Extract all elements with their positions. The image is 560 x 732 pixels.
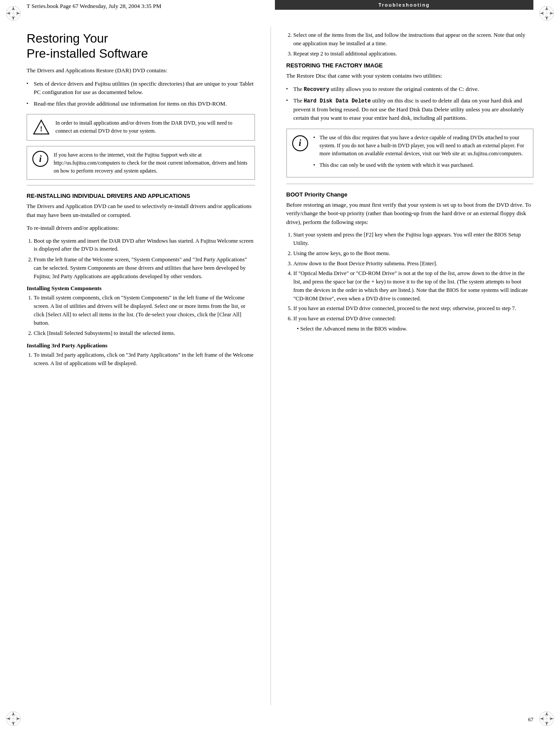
intro-bullet-list: Sets of device drivers and Fujitsu utili…: [27, 79, 255, 108]
boot-steps-list: Start your system and press the [F2] key…: [294, 231, 533, 333]
info-box: i If you have access to the internet, vi…: [27, 146, 255, 180]
restore-info-bullets: The use of this disc requires that you h…: [313, 134, 528, 169]
main-content: Restoring Your Pre-installed Software Th…: [27, 27, 533, 705]
info-icon: i: [32, 151, 48, 167]
page-number: 67: [528, 716, 533, 723]
install-system-heading: Installing System Components: [27, 285, 255, 292]
list-item: Repeat step 2 to install additional appl…: [294, 50, 533, 58]
reinstall-heading: RE-INSTALLING INDIVIDUAL DRIVERS AND APP…: [27, 193, 255, 199]
restore-intro: The Restore Disc that came with your sys…: [286, 71, 533, 80]
list-item: Sets of device drivers and Fujitsu utili…: [27, 79, 255, 97]
restore-info-icon: i: [292, 135, 308, 151]
file-info: T Series.book Page 67 Wednesday, July 28…: [27, 3, 161, 10]
install-3rd-heading: Installing 3rd Party Applications: [27, 342, 255, 349]
info-text: If you have access to the internet, visi…: [54, 151, 249, 175]
warning-box: ! In order to install applications and/o…: [27, 114, 255, 141]
list-item: From the left frame of the Welcome scree…: [34, 256, 255, 280]
list-item: Using the arrow keys, go to the Boot men…: [294, 249, 533, 258]
restore-info-box: i The use of this disc requires that you…: [286, 129, 533, 177]
list-item: The Recovery utility allows you to resto…: [286, 85, 533, 94]
corner-decoration-br: [538, 710, 556, 728]
restore-info-content: The use of this disc requires that you h…: [313, 134, 528, 173]
right-column: Select one of the items from the list, a…: [286, 27, 533, 705]
section-title: Troubleshooting: [378, 2, 430, 8]
corner-decoration-bl: [4, 710, 22, 728]
list-item: This disc can only be used with the syst…: [313, 161, 528, 169]
divider-2: [286, 184, 533, 184]
reinstall-sub: To re-install drivers and/or application…: [27, 224, 255, 232]
column-divider: [270, 27, 271, 705]
restore-bullets-list: The Recovery utility allows you to resto…: [286, 85, 533, 122]
warning-text: In order to install applications and/or …: [55, 119, 249, 135]
list-item: To install system components, click on "…: [34, 294, 255, 327]
left-column: Restoring Your Pre-installed Software Th…: [27, 27, 255, 705]
list-item: If you have an external DVD drive connec…: [294, 315, 533, 333]
list-item: To install 3rd party applications, click…: [34, 351, 255, 368]
list-item: If "Optical Media Drive" or "CD-ROM Driv…: [294, 269, 533, 303]
svg-text:!: !: [40, 125, 42, 133]
boot-heading: BOOT Priority Change: [286, 191, 533, 198]
list-item: Start your system and press the [F2] key…: [294, 231, 533, 248]
list-item: Select one of the items from the list, a…: [294, 31, 533, 48]
list-item: The Hard Disk Data Delete utility on thi…: [286, 96, 533, 122]
boot-intro: Before restoring an image, you must firs…: [286, 201, 533, 227]
list-item: Arrow down to the Boot Device Priority s…: [294, 260, 533, 268]
list-item: Read-me files that provide additional us…: [27, 99, 255, 108]
divider-1: [27, 185, 255, 185]
warning-icon: !: [32, 119, 50, 136]
restore-heading: RESTORING THE FACTORY IMAGE: [286, 62, 533, 69]
reinstall-steps-list: Boot up the system and insert the DAR DV…: [34, 237, 255, 281]
right-continued-list: Select one of the items from the list, a…: [294, 31, 533, 58]
list-item: If you have an external DVD drive connec…: [294, 304, 533, 313]
list-item: The use of this disc requires that you h…: [313, 134, 528, 157]
boot-section: BOOT Priority Change Before restoring an…: [286, 191, 533, 333]
reinstall-intro: The Drivers and Application DVD can be u…: [27, 202, 255, 219]
intro-paragraph: The Drivers and Applications Restore (DA…: [27, 66, 255, 75]
list-item: Boot up the system and insert the DAR DV…: [34, 237, 255, 254]
page-title: Restoring Your Pre-installed Software: [27, 31, 255, 61]
section-header-band: Troubleshooting: [275, 0, 533, 10]
install-system-list: To install system components, click on "…: [34, 294, 255, 338]
list-item: Click [Install Selected Subsystems] to i…: [34, 329, 255, 338]
step6-sub: • Select the Advanced menu in the BIOS w…: [297, 325, 533, 333]
install-3rd-list: To install 3rd party applications, click…: [34, 351, 255, 368]
